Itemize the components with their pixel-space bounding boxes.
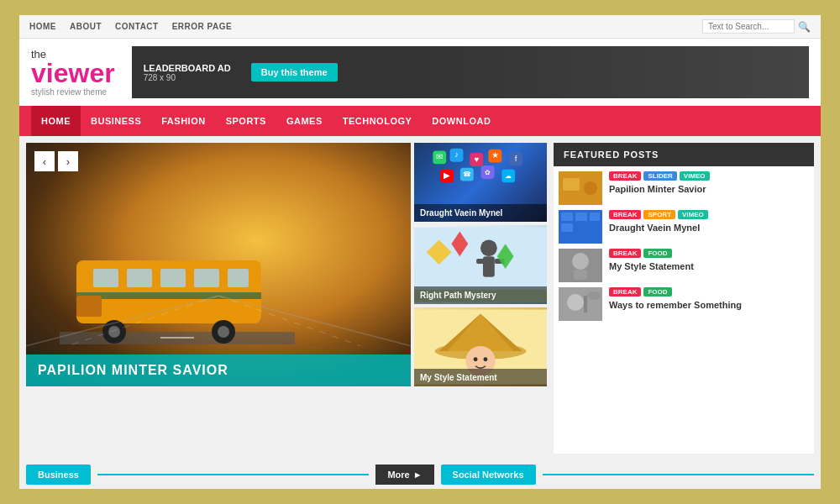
svg-point-37: [480, 239, 497, 256]
svg-text:✿: ✿: [485, 169, 491, 176]
tag-break-2: BREAK: [609, 210, 641, 219]
grid-item-2[interactable]: Right Path Mystery: [414, 225, 547, 304]
tag-vimeo: VIMEO: [680, 171, 710, 181]
more-label: More: [387, 470, 409, 480]
grid-item-1[interactable]: ✉ ♪ ♥ ★ f ▶: [414, 143, 547, 222]
ad-text: LEADERBOARD AD 728 x 90: [132, 56, 243, 89]
post-info-4: BREAK FOOD Ways to remember Something: [609, 287, 809, 311]
svg-point-64: [567, 294, 584, 311]
svg-line-15: [218, 296, 411, 346]
thumb-1: [559, 171, 602, 205]
featured-item-1[interactable]: BREAK SLIDER VIMEO Papilion Minter Savio…: [559, 171, 809, 205]
more-arrow: ►: [413, 470, 423, 480]
social-networks-label: Social Networks: [441, 465, 536, 485]
more-button[interactable]: More ►: [375, 465, 433, 485]
ad-buy-button[interactable]: Buy this theme: [251, 63, 338, 81]
main-content: ‹ › PAPILION MINTER SAVIOR ✉: [19, 136, 821, 460]
slider-next[interactable]: ›: [58, 151, 78, 171]
category-nav: HOME BUSINESS FASHION SPORTS GAMES TECHN…: [19, 106, 821, 136]
tag-sport: SPORT: [643, 210, 675, 219]
app-icons-svg: ✉ ♪ ♥ ★ f ▶: [418, 147, 547, 207]
cat-sports[interactable]: SPORTS: [216, 106, 276, 136]
svg-rect-39: [476, 259, 486, 264]
bottom-divider-left: [97, 474, 369, 475]
grid-caption-3: My Style Statement: [414, 369, 547, 386]
nav-home[interactable]: HOME: [29, 22, 56, 31]
tag-food-3: FOOD: [643, 249, 671, 258]
tag-break-4: BREAK: [609, 287, 641, 297]
cat-download[interactable]: DOWNLOAD: [422, 106, 501, 136]
logo: the viewer stylish review theme: [31, 49, 115, 97]
svg-rect-56: [561, 213, 573, 221]
svg-rect-65: [584, 296, 587, 312]
svg-line-14: [26, 296, 218, 346]
svg-text:☁: ☁: [505, 172, 512, 180]
slider-area: ‹ › PAPILION MINTER SAVIOR ✉: [26, 143, 547, 386]
svg-rect-7: [228, 269, 249, 287]
ad-label: LEADERBOARD AD: [144, 63, 231, 73]
post-tags-4: BREAK FOOD: [609, 287, 809, 297]
svg-rect-6: [194, 269, 219, 287]
post-info-3: BREAK FOOD My Style Statement: [609, 249, 809, 272]
tag-slider: SLIDER: [643, 171, 676, 181]
svg-rect-62: [574, 270, 587, 280]
logo-viewer: viewer: [31, 60, 115, 87]
grid-item-3[interactable]: My Style Statement: [414, 307, 547, 386]
business-label: Business: [26, 465, 91, 485]
grid-caption-2: Right Path Mystery: [414, 286, 547, 304]
page-wrapper: HOME ABOUT CONTACT ERROR PAGE 🔍 the view…: [17, 13, 823, 491]
featured-item-3[interactable]: BREAK FOOD My Style Statement: [559, 249, 809, 282]
svg-rect-5: [160, 269, 186, 287]
nav-about[interactable]: ABOUT: [70, 22, 102, 31]
logo-tagline: stylish review theme: [31, 88, 115, 97]
post-tags-1: BREAK SLIDER VIMEO: [609, 171, 809, 181]
slide-caption: PAPILION MINTER SAVIOR: [26, 354, 411, 386]
cat-games[interactable]: GAMES: [276, 106, 333, 136]
featured-item-2[interactable]: BREAK SPORT VIMEO Draught Vaein Mynel: [559, 210, 809, 244]
nav-error[interactable]: ERROR PAGE: [172, 22, 233, 31]
post-info-1: BREAK SLIDER VIMEO Papilion Minter Savio…: [609, 171, 809, 195]
thumb-3: [559, 249, 602, 282]
svg-text:☎: ☎: [463, 171, 471, 178]
cat-fashion[interactable]: FASHION: [151, 106, 215, 136]
post-info-2: BREAK SPORT VIMEO Draught Vaein Mynel: [609, 210, 809, 234]
cat-business[interactable]: BUSINESS: [81, 106, 151, 136]
svg-rect-57: [575, 213, 587, 221]
svg-point-54: [584, 181, 597, 195]
cat-technology[interactable]: TECHNOLOGY: [333, 106, 423, 136]
featured-item-4[interactable]: BREAK FOOD Ways to remember Something: [559, 287, 809, 321]
left-panel: ‹ › PAPILION MINTER SAVIOR ✉: [26, 143, 547, 454]
search-input[interactable]: [702, 19, 795, 34]
top-nav: HOME ABOUT CONTACT ERROR PAGE 🔍: [19, 15, 821, 39]
thumb-img-2: [559, 210, 602, 244]
svg-text:f: f: [515, 154, 517, 163]
road-svg: [26, 296, 411, 346]
slider-prev[interactable]: ‹: [34, 151, 55, 171]
tag-break: BREAK: [609, 171, 641, 181]
site-header: the viewer stylish review theme LEADERBO…: [19, 39, 821, 106]
top-nav-links: HOME ABOUT CONTACT ERROR PAGE: [29, 22, 232, 31]
svg-rect-58: [590, 213, 600, 221]
nav-contact[interactable]: CONTACT: [115, 22, 159, 31]
thumb-img-4: [559, 287, 602, 321]
main-slide: ‹ › PAPILION MINTER SAVIOR: [26, 143, 411, 386]
slider-nav: ‹ ›: [34, 151, 78, 171]
cat-home[interactable]: HOME: [31, 106, 81, 136]
svg-rect-4: [127, 269, 152, 287]
featured-panel: FEATURED POSTS BREAK SLIDER: [554, 143, 814, 454]
svg-text:✉: ✉: [436, 152, 443, 161]
ad-size: 728 x 90: [144, 73, 231, 82]
search-area: 🔍: [702, 19, 811, 34]
mini-grid: ✉ ♪ ♥ ★ f ▶: [414, 143, 547, 386]
svg-rect-53: [563, 178, 580, 191]
tag-vimeo-2: VIMEO: [678, 210, 708, 219]
svg-rect-3: [93, 269, 118, 287]
svg-line-17: [218, 296, 360, 346]
svg-point-50: [474, 357, 478, 361]
thumb-img-1: [559, 171, 602, 205]
post-title-1: Papilion Minter Savior: [609, 183, 809, 195]
post-tags-3: BREAK FOOD: [609, 249, 809, 258]
featured-list: BREAK SLIDER VIMEO Papilion Minter Savio…: [554, 166, 814, 454]
svg-point-66: [587, 291, 601, 300]
search-button[interactable]: 🔍: [798, 21, 811, 33]
